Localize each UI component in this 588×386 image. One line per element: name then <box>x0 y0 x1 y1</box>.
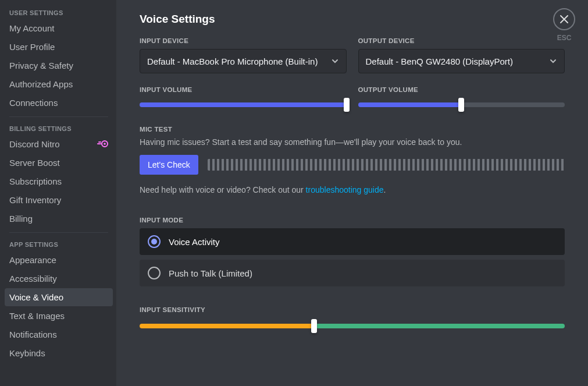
sidebar-category-billing: BILLING SETTINGS <box>5 122 113 134</box>
sidebar-item-text-images[interactable]: Text & Images <box>5 307 113 325</box>
sidebar-item-subscriptions[interactable]: Subscriptions <box>5 172 113 190</box>
sidebar-item-label: Privacy & Safety <box>9 61 73 70</box>
sidebar-item-label: Appearance <box>9 255 56 265</box>
sidebar-item-label: Voice & Video <box>9 292 63 302</box>
sidebar-item-notifications[interactable]: Notifications <box>5 325 113 343</box>
help-text: Need help with voice or video? Check out… <box>140 185 565 194</box>
sidebar-item-billing[interactable]: Billing <box>5 210 113 228</box>
sidebar-item-label: Subscriptions <box>9 176 62 186</box>
output-device-select[interactable]: Default - BenQ GW2480 (DisplayPort) <box>358 49 565 73</box>
input-mode-option-push-to-talk-limited-[interactable]: Push to Talk (Limited) <box>140 260 565 286</box>
mic-test-button[interactable]: Let's Check <box>140 155 198 175</box>
input-device-select[interactable]: Default - MacBook Pro Microphone (Built-… <box>140 49 347 73</box>
sidebar-item-label: Discord Nitro <box>9 139 60 149</box>
sidebar-item-label: Keybinds <box>9 348 45 358</box>
input-volume-label: INPUT VOLUME <box>140 86 347 93</box>
input-mode-label: INPUT MODE <box>140 217 565 224</box>
sidebar-item-discord-nitro[interactable]: Discord Nitro <box>5 135 113 153</box>
nitro-badge-icon <box>97 139 108 149</box>
radio-icon <box>148 235 161 248</box>
sidebar-category-app: APP SETTINGS <box>5 238 113 250</box>
slider-thumb[interactable] <box>344 98 350 112</box>
sidebar-item-label: User Profile <box>9 42 55 52</box>
sidebar-item-gift-inventory[interactable]: Gift Inventory <box>5 191 113 209</box>
input-device-label: INPUT DEVICE <box>140 37 347 44</box>
slider-thumb[interactable] <box>458 98 464 112</box>
slider-thumb[interactable] <box>311 319 317 333</box>
settings-content: ESC Voice Settings INPUT DEVICE Default … <box>116 0 588 386</box>
sidebar-item-label: My Account <box>9 23 55 33</box>
output-device-label: OUTPUT DEVICE <box>358 37 565 44</box>
close-icon <box>553 8 575 30</box>
chevron-down-icon <box>549 57 557 65</box>
troubleshooting-link[interactable]: troubleshooting guide <box>306 185 384 194</box>
sidebar-item-connections[interactable]: Connections <box>5 94 113 112</box>
mic-test-label: MIC TEST <box>140 126 565 133</box>
chevron-down-icon <box>331 57 339 65</box>
page-title: Voice Settings <box>140 13 565 26</box>
output-volume-label: OUTPUT VOLUME <box>358 86 565 93</box>
sidebar-item-accessibility[interactable]: Accessibility <box>5 270 113 288</box>
input-mode-option-label: Push to Talk (Limited) <box>169 268 252 278</box>
sidebar-item-label: Connections <box>9 98 58 108</box>
sidebar-item-privacy-safety[interactable]: Privacy & Safety <box>5 56 113 75</box>
sidebar-item-voice-video[interactable]: Voice & Video <box>5 288 113 306</box>
output-device-value: Default - BenQ GW2480 (DisplayPort) <box>366 56 513 66</box>
sidebar-item-appearance[interactable]: Appearance <box>5 251 113 269</box>
sidebar-item-my-account[interactable]: My Account <box>5 19 113 37</box>
sidebar-item-label: Server Boost <box>9 158 60 168</box>
sidebar-separator <box>9 232 108 233</box>
close-button[interactable]: ESC <box>553 8 575 42</box>
settings-sidebar: USER SETTINGS My AccountUser ProfilePriv… <box>0 0 116 386</box>
sidebar-category-user: USER SETTINGS <box>5 6 113 19</box>
close-label: ESC <box>553 34 575 42</box>
input-sensitivity-slider[interactable] <box>140 319 565 333</box>
input-device-value: Default - MacBook Pro Microphone (Built-… <box>147 56 318 66</box>
mic-test-description: Having mic issues? Start a test and say … <box>140 137 565 147</box>
sidebar-item-keybinds[interactable]: Keybinds <box>5 344 113 362</box>
output-volume-slider[interactable] <box>358 98 565 112</box>
mic-level-meter <box>208 159 565 171</box>
sidebar-item-label: Text & Images <box>9 311 65 321</box>
sidebar-separator <box>9 116 108 117</box>
sidebar-item-server-boost[interactable]: Server Boost <box>5 154 113 172</box>
sidebar-item-label: Notifications <box>9 330 57 339</box>
input-mode-option-label: Voice Activity <box>169 237 220 247</box>
sidebar-item-user-profile[interactable]: User Profile <box>5 38 113 56</box>
svg-point-1 <box>104 143 106 145</box>
sidebar-item-authorized-apps[interactable]: Authorized Apps <box>5 75 113 93</box>
sidebar-item-label: Accessibility <box>9 274 57 284</box>
radio-icon <box>148 267 161 279</box>
input-volume-slider[interactable] <box>140 98 347 112</box>
sidebar-item-label: Billing <box>9 214 33 224</box>
input-mode-option-voice-activity[interactable]: Voice Activity <box>140 228 565 255</box>
input-sensitivity-label: INPUT SENSITIVITY <box>140 306 565 313</box>
sidebar-item-label: Gift Inventory <box>9 195 61 205</box>
sidebar-item-label: Authorized Apps <box>9 79 73 89</box>
